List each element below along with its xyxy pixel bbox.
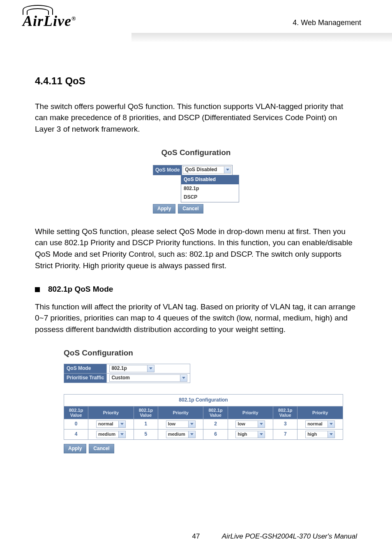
manual-title: AirLive POE-GSH2004L-370 User's Manual (222, 532, 357, 541)
priority-select-6[interactable]: high (235, 431, 265, 438)
col-value: 802.1pValue (134, 406, 158, 419)
priority-select-7[interactable]: high (305, 431, 335, 438)
priority-select-0[interactable]: normal (96, 420, 126, 428)
cancel-button-2[interactable]: Cancel (89, 444, 114, 453)
p-value: 6 (203, 429, 228, 439)
qos-mode-dropdown: QoS Disabled 802.1p DSCP (181, 175, 239, 202)
qos-mode-box: QoS Mode QoS Disabled (153, 165, 233, 175)
col-value: 802.1pValue (203, 406, 228, 419)
dropdown-option[interactable]: DSCP (181, 193, 239, 202)
dropdown-option[interactable]: QoS Disabled (181, 175, 239, 184)
col-value: 802.1pValue (273, 406, 297, 419)
priority-select-4[interactable]: medium (96, 431, 126, 438)
prioritise-traffic-select[interactable]: Custom (109, 374, 187, 382)
apply-button[interactable]: Apply (153, 204, 175, 214)
priority-select-1[interactable]: low (166, 420, 196, 428)
figure-qos-config-1: QoS Configuration QoS Mode QoS Disabled (35, 147, 357, 214)
chevron-down-icon (258, 421, 265, 427)
bullet-paragraph: This function will affect the priority o… (35, 301, 357, 335)
mid-paragraph: While setting QoS function, please selec… (35, 226, 357, 271)
page-number: 47 (192, 532, 200, 541)
figure1-title: QoS Configuration (35, 147, 357, 158)
chevron-down-icon (118, 421, 125, 427)
apply-button-2[interactable]: Apply (64, 444, 86, 453)
qos-mode-select-2[interactable]: 802.1p (109, 365, 154, 372)
p-value: 4 (64, 429, 88, 439)
ptable-title: 802.1p Configuration (64, 395, 343, 406)
chevron-down-icon (188, 421, 195, 427)
chevron-down-icon (258, 431, 265, 438)
subsection-heading: 802.1p QoS Mode (35, 283, 357, 295)
chapter-label: 4. Web Management (293, 19, 361, 27)
section-heading: 4.4.11 QoS (35, 74, 357, 88)
chevron-down-icon (327, 421, 334, 427)
cfg-label: Prioritise Traffic (64, 373, 107, 383)
priority-select-2[interactable]: low (235, 420, 265, 428)
chevron-down-icon (327, 431, 334, 438)
8021p-config-table: 802.1p Configuration 802.1pValue Priorit… (64, 394, 343, 440)
p-value: 1 (134, 419, 158, 429)
figure-qos-config-2: QoS Configuration QoS Mode 802.1p Priori… (64, 347, 357, 453)
p-value: 3 (273, 419, 297, 429)
p-value: 2 (203, 419, 228, 429)
col-priority: Priority (88, 406, 134, 419)
priority-select-5[interactable]: medium (166, 431, 196, 438)
chevron-down-icon (224, 167, 231, 173)
chevron-down-icon (118, 431, 125, 438)
col-priority: Priority (297, 406, 343, 419)
brand-text: AirLive (23, 13, 71, 29)
qos-config-table: QoS Mode 802.1p Prioritise Traffic Custo… (64, 364, 190, 383)
cfg-label: QoS Mode (64, 364, 107, 373)
cancel-button[interactable]: Cancel (178, 204, 203, 214)
qos-mode-select[interactable]: QoS Disabled (183, 166, 231, 174)
col-priority: Priority (228, 406, 273, 419)
header-banner (131, 33, 392, 42)
p-value: 0 (64, 419, 88, 429)
chevron-down-icon (180, 375, 187, 381)
col-priority: Priority (158, 406, 203, 419)
priority-select-3[interactable]: normal (305, 420, 335, 428)
p-value: 7 (273, 429, 297, 439)
chevron-down-icon (188, 431, 195, 438)
bullet-square-icon (35, 287, 40, 292)
qos-mode-label: QoS Mode (153, 165, 182, 175)
chevron-down-icon (147, 365, 154, 372)
p-value: 5 (134, 429, 158, 439)
figure2-title: QoS Configuration (64, 347, 357, 359)
col-value: 802.1pValue (64, 406, 88, 419)
dropdown-option[interactable]: 802.1p (181, 184, 239, 193)
intro-paragraph: The switch offers powerful QoS function.… (35, 101, 357, 135)
brand-logo: AirLive® (23, 12, 76, 30)
